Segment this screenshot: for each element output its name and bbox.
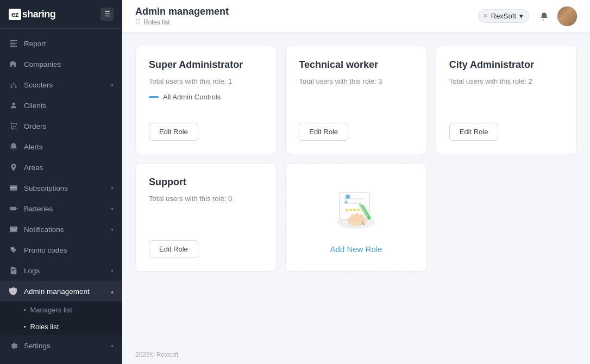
batteries-icon [9, 204, 18, 214]
sidebar-item-scooters[interactable]: Scooters ▾ [0, 74, 122, 95]
orders-icon [9, 121, 18, 131]
role-card-super-admin: Super Administrator Total users with thi… [135, 46, 277, 154]
role-user-count: Total users with this role: 0 [149, 194, 263, 203]
add-role-card[interactable]: ★★★★ Add New Role [285, 163, 426, 272]
role-user-count: Total users with this role: 2 [449, 77, 563, 85]
sidebar-item-batteries[interactable]: Batteries ▾ [0, 198, 122, 219]
sidebar-item-settings[interactable]: Settings ▾ [0, 335, 122, 356]
svg-text:★★★★: ★★★★ [345, 208, 360, 212]
chevron-down-icon: ▾ [111, 185, 114, 191]
sidebar-item-promo[interactable]: Promo codes [0, 240, 122, 260]
logo-brand: ez [9, 9, 21, 20]
roles-grid: Super Administrator Total users with thi… [135, 46, 577, 272]
role-title: Technical worker [299, 59, 413, 71]
logo-appname: sharing [22, 9, 56, 20]
sidebar: ez sharing ☰ Report Companies Scooters ▾ [0, 0, 122, 364]
sidebar-item-label: Subscriptions [24, 184, 111, 192]
svg-point-2 [12, 103, 15, 105]
add-role-label: Add New Role [330, 244, 382, 254]
breadcrumb: ⛉ Roles list [135, 18, 478, 26]
home-icon: ⛉ [135, 19, 141, 26]
sidebar-toggle-button[interactable]: ☰ [101, 8, 114, 21]
sidebar-item-admin-management[interactable]: Admin management ▴ [0, 281, 122, 302]
sidebar-item-areas[interactable]: Areas [0, 157, 122, 178]
areas-icon [9, 162, 18, 172]
role-title: Super Administrator [149, 59, 263, 71]
edit-role-button[interactable]: Edit Role [149, 240, 198, 258]
role-user-count: Total users with this role: 1 [149, 77, 263, 85]
edit-role-button[interactable]: Edit Role [449, 123, 499, 141]
sidebar-item-label: Alerts [24, 143, 114, 151]
company-badge[interactable]: ✕ RexSoft ▾ [478, 9, 529, 23]
header-right: ✕ RexSoft ▾ [478, 7, 577, 26]
page-title: Admin management [135, 6, 478, 17]
permission-label: All Admin Controls [163, 93, 221, 101]
sidebar-item-companies[interactable]: Companies [0, 54, 122, 74]
svg-point-22 [344, 200, 348, 204]
add-role-illustration: ★★★★ [323, 181, 388, 236]
sidebar-item-subscriptions[interactable]: Subscriptions ▾ [0, 178, 122, 198]
breadcrumb-text: Roles list [143, 18, 170, 26]
role-card-support: Support Total users with this role: 0 Ed… [135, 163, 277, 272]
role-permission: All Admin Controls [149, 93, 263, 101]
svg-point-3 [12, 129, 13, 130]
svg-point-19 [358, 214, 363, 223]
edit-role-button[interactable]: Edit Role [149, 123, 198, 141]
sidebar-item-label: Admin management [24, 287, 111, 296]
sidebar-item-alerts[interactable]: Alerts [0, 136, 122, 157]
avatar[interactable] [557, 7, 577, 26]
svg-rect-6 [10, 207, 16, 211]
sidebar-item-label: Clients [24, 102, 114, 110]
svg-point-21 [346, 194, 350, 199]
logo-area: ez sharing ☰ [0, 0, 122, 29]
report-icon [9, 39, 18, 48]
clients-icon [9, 101, 18, 110]
sidebar-item-label: Areas [24, 164, 114, 172]
svg-point-1 [15, 86, 16, 87]
svg-rect-5 [10, 185, 17, 190]
role-user-count: Total users with this role: 3 [299, 77, 413, 85]
managers-list-label: Managers list [30, 306, 72, 314]
alerts-icon [9, 142, 18, 152]
sidebar-item-clients[interactable]: Clients [0, 95, 122, 116]
subscriptions-icon [9, 183, 18, 193]
dropdown-arrow-icon[interactable]: ▾ [519, 12, 523, 20]
chevron-down-icon: ▾ [111, 206, 114, 212]
sidebar-item-label: Companies [24, 60, 114, 68]
sidebar-item-report[interactable]: Report [0, 33, 122, 54]
sidebar-nav: Report Companies Scooters ▾ Clients [0, 29, 122, 364]
sidebar-item-label: Settings [24, 342, 111, 350]
chevron-down-icon: ▾ [111, 268, 114, 274]
content-area: Super Administrator Total users with thi… [122, 33, 590, 346]
sidebar-item-notifications[interactable]: Notifications ▾ [0, 219, 122, 240]
role-title: City Administrator [449, 59, 563, 71]
sidebar-item-label: Report [24, 40, 114, 48]
close-icon[interactable]: ✕ [483, 12, 488, 20]
settings-icon [9, 341, 18, 350]
notifications-icon [9, 224, 18, 234]
sidebar-item-logs[interactable]: Logs ▾ [0, 260, 122, 281]
sidebar-item-roles-list[interactable]: Roles list [0, 318, 122, 335]
notifications-button[interactable] [535, 8, 552, 25]
logs-icon [9, 266, 18, 275]
chevron-down-icon: ▾ [111, 343, 114, 349]
sidebar-item-label: Batteries [24, 205, 111, 213]
sidebar-item-label: Notifications [24, 225, 111, 234]
role-title: Support [149, 177, 263, 188]
avatar-image [557, 7, 577, 26]
role-card-city-admin: City Administrator Total users with this… [436, 46, 577, 154]
sidebar-item-orders[interactable]: Orders [0, 116, 122, 136]
scooters-icon [9, 80, 18, 90]
svg-rect-7 [10, 227, 17, 233]
header-left: Admin management ⛉ Roles list [135, 6, 478, 26]
sidebar-item-label: Logs [24, 267, 111, 275]
page-header: Admin management ⛉ Roles list ✕ RexSoft … [122, 0, 590, 33]
footer-text: 2023© Rexsoft [135, 351, 179, 359]
roles-list-label: Roles list [30, 323, 59, 331]
page-footer: 2023© Rexsoft [122, 346, 590, 364]
chevron-down-icon: ▾ [111, 82, 114, 88]
edit-role-button[interactable]: Edit Role [299, 123, 348, 141]
promo-icon [9, 245, 18, 255]
sidebar-item-managers-list[interactable]: Managers list [0, 302, 122, 318]
permission-line-icon [149, 96, 159, 98]
